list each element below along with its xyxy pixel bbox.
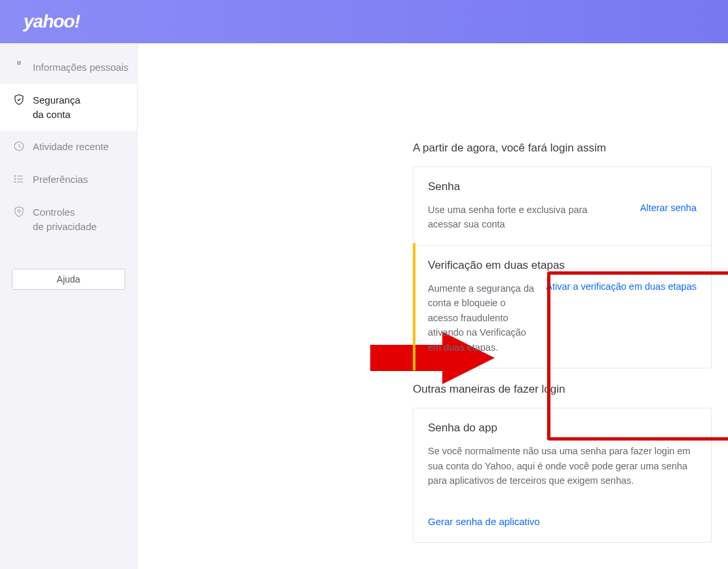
card-title: Senha do app bbox=[428, 422, 697, 435]
dot-icon bbox=[12, 61, 26, 65]
sidebar-item-account-security[interactable]: Segurança da conta bbox=[0, 84, 137, 131]
card-title: Verificação em duas etapas bbox=[428, 259, 697, 272]
app-password-card: Senha do app Se você normalmente não usa… bbox=[413, 408, 711, 501]
generate-app-password-link[interactable]: Gerar senha de aplicativo bbox=[428, 516, 540, 527]
sidebar-item-label: Informações pessoais bbox=[33, 60, 128, 75]
svg-point-6 bbox=[14, 182, 16, 183]
login-methods-heading: A partir de agora, você fará login assim bbox=[413, 142, 728, 155]
sidebar-item-label: Controles de privacidade bbox=[33, 205, 97, 234]
login-methods-card-group: Senha Use uma senha forte e exclusiva pa… bbox=[413, 167, 712, 368]
card-description: Aumente a segurança da conta e bloqueie … bbox=[428, 281, 537, 355]
sidebar-item-label: Atividade recente bbox=[33, 140, 109, 154]
sidebar-item-preferences[interactable]: Preferências bbox=[0, 163, 137, 196]
app-password-card-group: Senha do app Se você normalmente não usa… bbox=[413, 408, 712, 542]
accent-bar bbox=[413, 243, 415, 370]
yahoo-logo[interactable]: yahoo! bbox=[24, 11, 80, 32]
change-password-link[interactable]: Alterar senha bbox=[640, 203, 697, 232]
password-card: Senha Use uma senha forte e exclusiva pa… bbox=[413, 167, 711, 245]
sidebar-item-privacy-controls[interactable]: Controles de privacidade bbox=[0, 196, 137, 243]
svg-point-5 bbox=[14, 178, 16, 180]
shield-gear-icon bbox=[12, 206, 26, 218]
list-icon bbox=[12, 173, 26, 185]
card-title: Senha bbox=[428, 180, 697, 193]
clock-icon bbox=[12, 140, 26, 152]
help-button[interactable]: Ajuda bbox=[12, 269, 125, 290]
shield-icon bbox=[12, 94, 26, 106]
main-content: A partir de agora, você fará login assim… bbox=[138, 43, 728, 569]
sidebar-item-label: Segurança da conta bbox=[33, 93, 81, 122]
svg-point-7 bbox=[18, 210, 20, 212]
svg-point-4 bbox=[14, 176, 16, 177]
two-step-card: Verificação em duas etapas Aumente a seg… bbox=[413, 245, 711, 368]
sidebar-item-recent-activity[interactable]: Atividade recente bbox=[0, 130, 137, 163]
card-description: Se você normalmente não usa uma senha pa… bbox=[428, 444, 697, 488]
enable-two-step-link[interactable]: Ativar a verificação em duas etapas bbox=[546, 281, 697, 355]
sidebar-item-personal-info[interactable]: Informações pessoais bbox=[0, 51, 137, 84]
sidebar: Informações pessoais Segurança da conta … bbox=[0, 43, 138, 569]
sidebar-item-label: Preferências bbox=[33, 172, 88, 187]
generate-app-password-card: Gerar senha de aplicativo bbox=[413, 501, 711, 542]
app-header: yahoo! bbox=[0, 0, 728, 43]
card-description: Use uma senha forte e exclusiva para ace… bbox=[428, 203, 598, 232]
